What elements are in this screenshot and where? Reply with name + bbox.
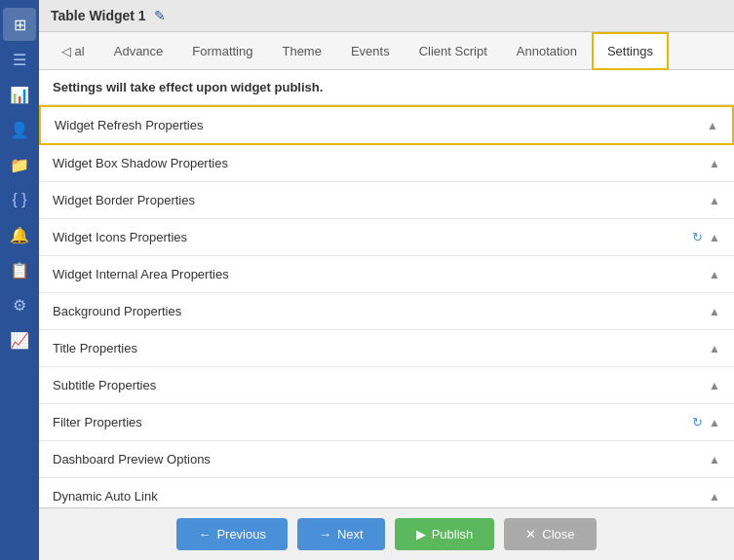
property-actions: ▲ [709, 305, 720, 318]
sidebar-icon-list[interactable]: ☰ [3, 43, 36, 76]
next-arrow-icon: → [319, 527, 331, 541]
close-label: Close [542, 527, 574, 541]
sidebar-icon-grid[interactable]: ⊞ [3, 8, 36, 41]
tab-general[interactable]: ◁ al [47, 33, 99, 69]
sidebar-icon-folder[interactable]: 📁 [3, 148, 36, 181]
chevron-icon: ▲ [709, 231, 720, 244]
chevron-icon: ▲ [709, 157, 720, 170]
close-button[interactable]: ✕ Close [504, 518, 596, 550]
property-row-filter[interactable]: Filter Properties ↻ ▲ [39, 404, 734, 441]
sidebar-icon-code[interactable]: { } [3, 183, 36, 216]
widget-title: Table Widget 1 [51, 8, 146, 23]
publish-button[interactable]: ▶ Publish [395, 518, 495, 550]
settings-panel: Settings will take effect upon widget pu… [39, 70, 734, 507]
sidebar-icon-bell[interactable]: 🔔 [3, 218, 36, 251]
previous-button[interactable]: ← Previous [176, 518, 288, 550]
property-label: Widget Internal Area Properties [53, 267, 229, 281]
property-label: Dashboard Preview Options [53, 452, 211, 467]
property-label: Background Properties [53, 304, 181, 318]
sidebar: ⊞ ☰ 📊 👤 📁 { } 🔔 📋 ⚙ 📈 [0, 0, 39, 560]
tab-settings[interactable]: Settings [592, 32, 669, 70]
sidebar-icon-analytics[interactable]: 📈 [3, 323, 36, 356]
refresh-icon[interactable]: ↻ [692, 415, 703, 429]
tab-theme[interactable]: Theme [267, 33, 335, 69]
sidebar-icon-settings[interactable]: ⚙ [3, 288, 36, 321]
tab-advance[interactable]: Advance [99, 33, 178, 69]
tab-client-script[interactable]: Client Script [405, 33, 502, 69]
chevron-icon: ▲ [709, 490, 720, 504]
publish-label: Publish [432, 527, 474, 541]
property-actions: ▲ [709, 194, 720, 207]
tab-annotation[interactable]: Annotation [502, 33, 592, 69]
property-row-title[interactable]: Title Properties ▲ [39, 330, 734, 367]
property-actions: ↻ ▲ [692, 415, 720, 429]
prev-arrow-icon: ← [198, 527, 211, 541]
property-label: Subtitle Properties [53, 378, 156, 392]
close-icon: ✕ [525, 527, 536, 541]
property-row-background[interactable]: Background Properties ▲ [39, 293, 734, 330]
property-label: Title Properties [53, 341, 137, 355]
tab-formatting[interactable]: Formatting [177, 33, 267, 69]
chevron-icon: ▲ [709, 379, 720, 392]
property-actions: ▲ [709, 453, 720, 467]
property-row-border[interactable]: Widget Border Properties ▲ [39, 182, 734, 219]
edit-icon[interactable]: ✎ [154, 8, 166, 23]
properties-list: Widget Refresh Properties ▲ Widget Box S… [39, 105, 734, 507]
main-container: ⊞ ☰ 📊 👤 📁 { } 🔔 📋 ⚙ 📈 Table Widget 1 ✎ ◁… [0, 0, 734, 560]
property-row-dynamic-link[interactable]: Dynamic Auto Link ▲ [39, 478, 734, 507]
property-actions: ▲ [709, 157, 720, 170]
content-area: Table Widget 1 ✎ ◁ al Advance Formatting… [39, 0, 734, 560]
sidebar-icon-chart[interactable]: 📊 [3, 78, 36, 111]
chevron-icon: ▲ [709, 305, 720, 318]
property-row-internal-area[interactable]: Widget Internal Area Properties ▲ [39, 256, 734, 293]
chevron-icon: ▲ [709, 416, 720, 429]
property-actions: ▲ [709, 268, 720, 281]
title-bar: Table Widget 1 ✎ [39, 0, 734, 32]
property-label: Widget Icons Properties [53, 230, 187, 244]
next-label: Next [337, 527, 364, 541]
tab-events[interactable]: Events [336, 33, 405, 69]
prev-label: Previous [216, 527, 266, 541]
property-label: Widget Box Shadow Properties [53, 156, 228, 170]
footer: ← Previous → Next ▶ Publish ✕ Close [39, 507, 734, 560]
chevron-icon: ▲ [709, 268, 720, 281]
chevron-icon: ▲ [709, 194, 720, 207]
chevron-icon: ▲ [709, 342, 720, 355]
property-row-icons[interactable]: Widget Icons Properties ↻ ▲ [39, 219, 734, 256]
property-label: Widget Refresh Properties [55, 118, 203, 132]
settings-notice: Settings will take effect upon widget pu… [39, 70, 734, 105]
property-row-box-shadow[interactable]: Widget Box Shadow Properties ▲ [39, 145, 734, 182]
play-icon: ▶ [416, 527, 426, 541]
next-button[interactable]: → Next [297, 518, 385, 550]
property-actions: ▲ [707, 119, 718, 132]
sidebar-icon-report[interactable]: 📋 [3, 253, 36, 286]
property-label: Filter Properties [53, 415, 142, 429]
sidebar-icon-user[interactable]: 👤 [3, 113, 36, 146]
tab-bar: ◁ al Advance Formatting Theme Events Cli… [39, 32, 734, 70]
property-label: Widget Border Properties [53, 193, 195, 207]
chevron-icon: ▲ [707, 119, 718, 132]
property-actions: ↻ ▲ [692, 230, 720, 244]
property-label: Dynamic Auto Link [53, 489, 158, 504]
property-row-subtitle[interactable]: Subtitle Properties ▲ [39, 367, 734, 404]
property-actions: ▲ [709, 490, 720, 504]
property-row-refresh[interactable]: Widget Refresh Properties ▲ [39, 105, 734, 145]
property-actions: ▲ [709, 379, 720, 392]
property-actions: ▲ [709, 342, 720, 355]
refresh-icon[interactable]: ↻ [692, 230, 703, 244]
chevron-icon: ▲ [709, 453, 720, 467]
property-row-dashboard-preview[interactable]: Dashboard Preview Options ▲ [39, 441, 734, 478]
